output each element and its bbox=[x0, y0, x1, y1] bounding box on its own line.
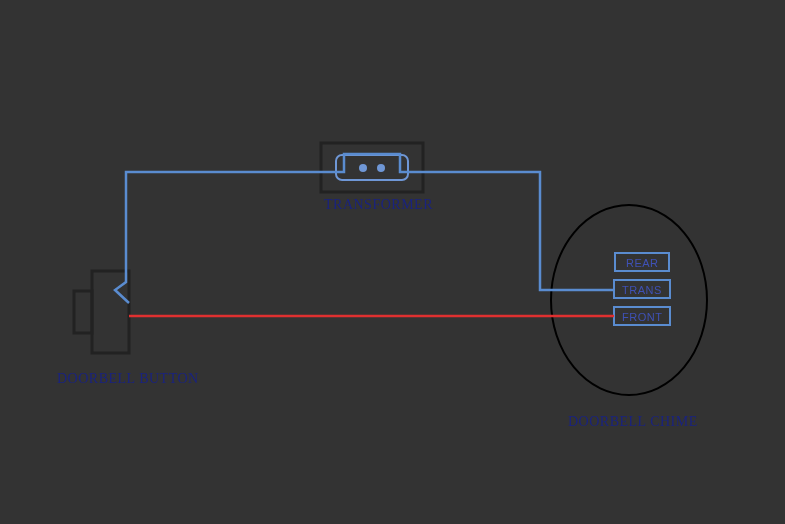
svg-point-4 bbox=[359, 164, 367, 172]
svg-rect-3 bbox=[336, 155, 408, 180]
doorbell-chime-icon bbox=[551, 205, 707, 395]
front-terminal-label: FRONT bbox=[622, 311, 662, 323]
svg-rect-1 bbox=[74, 291, 92, 333]
transformer-label: TRANSFORMER bbox=[324, 197, 433, 213]
doorbell-button-label: DOORBELL BUTTON bbox=[57, 371, 199, 387]
trans-terminal-label: TRANS bbox=[622, 284, 662, 296]
transformer-icon bbox=[321, 143, 423, 192]
doorbell-button-icon bbox=[74, 271, 129, 353]
wiring-diagram bbox=[0, 0, 785, 524]
blue-wire bbox=[115, 154, 614, 303]
doorbell-chime-label: DOORBELL CHIME bbox=[568, 414, 698, 430]
svg-point-5 bbox=[377, 164, 385, 172]
rear-terminal-label: REAR bbox=[626, 257, 659, 269]
